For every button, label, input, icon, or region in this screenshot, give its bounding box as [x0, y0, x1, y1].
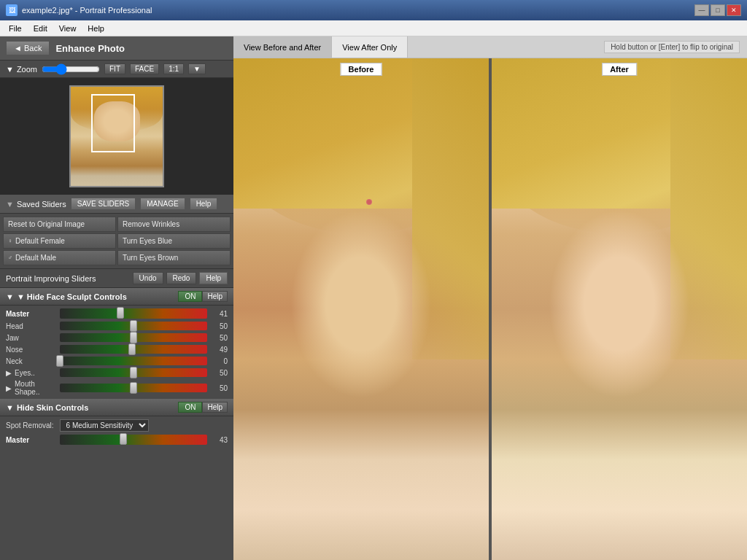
thumbnail	[69, 85, 164, 187]
eyes-brown-label: Turn Eyes Brown	[123, 254, 178, 262]
mouth-slider-row: ▶ Mouth Shape.. 50	[6, 380, 228, 396]
neck-thumb[interactable]	[56, 355, 63, 367]
window-controls: — □ ✕	[694, 4, 741, 16]
preset-turn-eyes-brown[interactable]: Turn Eyes Brown	[117, 250, 231, 265]
default-female-label: Default Female	[15, 237, 65, 245]
mouth-value: 50	[210, 384, 228, 392]
master-face-slider-row: Master 41	[6, 308, 228, 319]
redo-button[interactable]: Redo	[166, 272, 197, 284]
manage-button[interactable]: MANAGE	[140, 198, 185, 210]
presets-grid: Reset to Original Image Remove Wrinkles …	[0, 214, 233, 269]
mouth-thumb[interactable]	[130, 382, 137, 394]
sliders-area: Master 41 Head 50 Jaw 50	[0, 306, 233, 560]
preset-reset[interactable]: Reset to Original Image	[3, 217, 116, 232]
jaw-value: 50	[210, 334, 228, 342]
nose-slider-row: Nose 49	[6, 345, 228, 354]
skin-controls-on-button[interactable]: ON	[178, 402, 202, 413]
master-face-track[interactable]	[60, 308, 207, 319]
mouth-track[interactable]	[60, 384, 207, 392]
minimize-button[interactable]: —	[694, 4, 709, 16]
face-sculpt-help-button[interactable]: Help	[202, 291, 228, 302]
nose-label: Nose	[6, 346, 57, 354]
menu-help[interactable]: Help	[82, 23, 110, 34]
spot-removal-row: Spot Removal: 6 Medium Sensitivity 1 Low…	[6, 419, 228, 432]
back-button[interactable]: ◄ Back	[6, 41, 50, 55]
spot-removal-select[interactable]: 6 Medium Sensitivity 1 Low Sensitivity 3…	[60, 419, 149, 432]
master-skin-thumb[interactable]	[120, 433, 127, 445]
zoom-slider[interactable]	[42, 64, 100, 74]
eyes-thumb[interactable]	[130, 367, 137, 378]
tab-after-only[interactable]: View After Only	[332, 36, 408, 58]
skin-controls-help-button[interactable]: Help	[202, 402, 228, 413]
preset-default-female[interactable]: ♀ Default Female	[3, 233, 116, 249]
save-sliders-button[interactable]: SAVE SLIDERS	[71, 198, 136, 210]
master-skin-value: 43	[210, 436, 228, 444]
skin-controls-arrow-icon: ▼	[6, 403, 14, 412]
default-male-label: Default Male	[15, 254, 56, 262]
right-panel: View Before and After View After Only Ho…	[233, 36, 747, 560]
neck-value: 0	[210, 357, 228, 365]
menu-view[interactable]: View	[53, 23, 82, 34]
nose-thumb[interactable]	[128, 343, 136, 355]
face-sculpt-on-button[interactable]: ON	[178, 291, 202, 302]
face-sculpt-arrow-icon: ▼	[6, 292, 14, 301]
menu-file[interactable]: File	[3, 23, 28, 34]
before-image	[233, 58, 489, 560]
before-panel: Before	[233, 58, 492, 560]
female-icon: ♀	[8, 238, 12, 244]
neck-track[interactable]	[60, 357, 207, 365]
neck-label: Neck	[6, 357, 57, 365]
left-panel: ◄ Back Enhance Photo ▼ ▼ Zoom Zoom FIT F…	[0, 36, 233, 560]
master-face-thumb[interactable]	[117, 307, 124, 319]
eyes-track[interactable]	[60, 368, 207, 377]
head-label: Head	[6, 322, 57, 330]
tab-before-after[interactable]: View Before and After	[233, 36, 332, 58]
after-image	[492, 58, 747, 560]
saved-sliders-arrow-icon: ▼	[6, 200, 14, 209]
zoom-bar: ▼ ▼ Zoom Zoom FIT FACE 1:1 ▼	[0, 61, 233, 78]
master-face-label: Master	[6, 310, 57, 318]
nose-value: 49	[210, 346, 228, 354]
jaw-track[interactable]	[60, 333, 207, 342]
jaw-thumb[interactable]	[130, 332, 137, 343]
fit-button[interactable]: FIT	[104, 63, 125, 74]
after-label: After	[602, 63, 637, 76]
preset-remove-wrinkles[interactable]: Remove Wrinkles	[117, 217, 231, 232]
view-toolbar: View Before and After View After Only Ho…	[233, 36, 747, 58]
face-button[interactable]: FACE	[130, 63, 159, 74]
maximize-button[interactable]: □	[711, 4, 725, 16]
zoom-arrow-icon: ▼	[6, 65, 14, 74]
menubar: File Edit View Help	[0, 20, 747, 36]
window-title: example2.jpg* - Portrait Professional	[22, 6, 694, 15]
main-layout: ◄ Back Enhance Photo ▼ ▼ Zoom Zoom FIT F…	[0, 36, 747, 560]
view-hint: Hold button or [Enter] to flip to origin…	[604, 41, 740, 53]
back-area: ◄ Back Enhance Photo	[0, 36, 233, 61]
one-to-one-button[interactable]: 1:1	[163, 63, 184, 74]
undo-button[interactable]: Undo	[133, 272, 163, 284]
master-skin-slider-row: Master 43	[6, 435, 228, 445]
menu-edit[interactable]: Edit	[28, 23, 53, 34]
titlebar: 🖼 example2.jpg* - Portrait Professional …	[0, 0, 747, 20]
head-track[interactable]	[60, 322, 207, 330]
portrait-improving-label: Portrait Improving Sliders	[6, 274, 130, 283]
master-face-value: 41	[210, 310, 228, 318]
preset-turn-eyes-blue[interactable]: Turn Eyes Blue	[117, 233, 231, 249]
head-thumb[interactable]	[130, 320, 137, 332]
master-skin-label: Master	[6, 436, 57, 444]
face-outline	[91, 94, 135, 152]
eyes-label[interactable]: ▶ Eyes..	[6, 369, 57, 377]
zoom-options-button[interactable]: ▼	[188, 63, 206, 74]
master-skin-track[interactable]	[60, 435, 207, 445]
skin-controls-header: ▼ Hide Skin Controls ON Help	[0, 399, 233, 416]
saved-sliders-title: ▼ Saved Sliders	[6, 200, 66, 209]
mouth-label[interactable]: ▶ Mouth Shape..	[6, 380, 57, 396]
nose-track[interactable]	[60, 345, 207, 354]
jaw-slider-row: Jaw 50	[6, 333, 228, 342]
saved-sliders-help-button[interactable]: Help	[190, 198, 218, 210]
preset-default-male[interactable]: ♂ Default Male	[3, 250, 116, 265]
enhance-title: Enhance Photo	[55, 43, 125, 54]
portrait-help-button[interactable]: Help	[199, 272, 228, 284]
close-button[interactable]: ✕	[727, 4, 741, 16]
remove-wrinkles-label: Remove Wrinkles	[123, 220, 179, 228]
neck-slider-row: Neck 0	[6, 357, 228, 365]
